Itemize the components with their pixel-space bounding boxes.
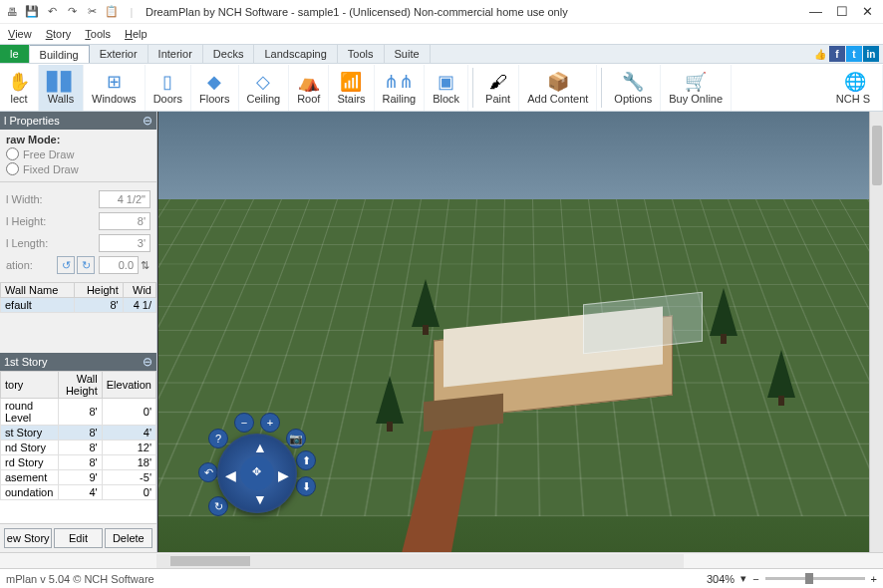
nch-icon: 🌐 [844,71,866,93]
height-input[interactable] [99,212,150,230]
table-row[interactable]: st Story8'4' [1,426,156,441]
height-label: l Height: [6,215,99,227]
menu-tools[interactable]: Tools [85,28,111,40]
rotate-cw-icon[interactable]: ↻ [77,256,95,274]
width-input[interactable] [99,190,150,208]
tab-tools[interactable]: Tools [338,45,385,63]
statusbar: mPlan v 5.04 © NCH Software 304% ▾ − + [0,568,883,588]
redo-icon[interactable]: ↷ [64,4,80,20]
table-row[interactable]: asement9'-5' [1,470,156,485]
ribbon-stairs[interactable]: 📶Stairs [329,65,374,111]
table-row[interactable]: nd Story8'12' [1,441,156,455]
nav-rotate-right-icon[interactable]: ↻ [208,496,228,516]
nav-help-icon[interactable]: ? [208,429,228,448]
ribbon-floors[interactable]: ◆Floors [191,65,239,111]
tab-decks[interactable]: Decks [203,45,255,63]
ribbon-nch[interactable]: 🌐NCH S [828,65,883,111]
ribbon-buy-online[interactable]: 🛒Buy Online [661,65,732,111]
properties-header[interactable]: l Properties ⊖ [0,112,156,130]
story-header[interactable]: 1st Story ⊖ [0,353,156,371]
nav-camera-icon[interactable]: 📷 [286,429,306,448]
zoom-out-button[interactable]: − [752,573,758,585]
table-row[interactable]: round Level8'0' [1,399,156,426]
stepper-icon[interactable]: ⇅ [139,259,150,272]
walls-icon: ▊▊ [47,71,75,93]
zoom-in-button[interactable]: + [871,573,877,585]
zoom-slider[interactable] [765,577,865,580]
nav-rotate-left-icon[interactable]: ↶ [198,462,218,482]
nav-up-icon[interactable]: ⬆ [296,450,316,470]
ribbon-walls[interactable]: ▊▊Walls [39,65,84,111]
ribbon-block[interactable]: ▣Block [425,65,468,111]
print-icon[interactable]: 🖶 [4,4,20,20]
paste-icon[interactable]: 📋 [104,4,120,20]
ribbon-roof[interactable]: ⛺Roof [289,65,329,111]
ribbon-windows[interactable]: ⊞Windows [84,65,146,111]
nav-zoom-out-icon[interactable]: − [234,413,254,433]
rotation-input[interactable] [99,256,139,274]
ribbon-ceiling[interactable]: ◇Ceiling [239,65,290,111]
ribbon-select[interactable]: ✋lect [0,65,39,111]
zoom-dropdown-icon[interactable]: ▾ [740,572,746,585]
new-story-button[interactable]: ew Story [4,528,52,548]
facebook-icon[interactable]: f [829,46,845,62]
properties-title: l Properties [4,115,60,127]
twitter-icon[interactable]: t [846,46,862,62]
nav-down-icon[interactable]: ⬇ [296,476,316,496]
fixed-draw-radio[interactable]: Fixed Draw [6,162,150,175]
titlebar: 🖶 💾 ↶ ↷ ✂ 📋 | DreamPlan by NCH Software … [0,0,883,24]
collapse-icon[interactable]: ⊖ [143,355,152,369]
maximize-button[interactable]: ☐ [836,4,848,19]
width-label: l Width: [6,193,99,205]
ribbon-doors[interactable]: ▯Doors [146,65,191,111]
save-icon[interactable]: 💾 [24,4,40,20]
add-content-icon: 📦 [547,71,569,93]
menu-story[interactable]: Story [46,28,72,40]
side-panel: l Properties ⊖ raw Mode: Free Draw Fixed… [0,112,157,552]
collapse-icon[interactable]: ⊖ [143,114,152,128]
nav-center-icon[interactable]: ✥ [240,456,274,490]
cursor-icon: ✋ [8,71,30,93]
tab-interior[interactable]: Interior [148,45,203,63]
house-model[interactable] [434,288,713,428]
length-input[interactable] [99,234,150,252]
minimize-button[interactable]: — [809,4,822,19]
rotation-label: ation: [6,259,57,271]
undo-icon[interactable]: ↶ [44,4,60,20]
zoom-value: 304% [707,573,735,585]
tab-file[interactable]: le [0,45,30,63]
viewport-3d[interactable]: − + ? 📷 ↶ ⬆ ⬇ ↻ ▲ ▼ ◀ ▶ ✥ [157,112,883,552]
horizontal-scrollbar[interactable] [156,554,684,568]
edit-story-button[interactable]: Edit [54,528,102,548]
tab-landscaping[interactable]: Landscaping [254,45,337,63]
tabbar: le Building Exterior Interior Decks Land… [0,44,883,64]
delete-story-button[interactable]: Delete [105,528,152,548]
vertical-scrollbar[interactable] [869,112,883,552]
free-draw-radio[interactable]: Free Draw [6,147,150,160]
table-row[interactable]: efault8'4 1/ [1,298,156,313]
tab-building[interactable]: Building [30,45,90,63]
ribbon-options[interactable]: 🔧Options [606,65,661,111]
navigation-wheel[interactable]: − + ? 📷 ↶ ⬆ ⬇ ↻ ▲ ▼ ◀ ▶ ✥ [202,419,312,528]
tab-exterior[interactable]: Exterior [90,45,148,63]
menu-help[interactable]: Help [125,28,147,40]
ribbon-add-content[interactable]: 📦Add Content [519,65,597,111]
nav-zoom-in-icon[interactable]: + [260,413,280,433]
linkedin-icon[interactable]: in [863,46,879,62]
tab-suite[interactable]: Suite [385,45,431,63]
table-row[interactable]: oundation4'0' [1,485,156,500]
close-button[interactable]: ✕ [862,4,873,19]
story-table: toryWall HeightElevation round Level8'0'… [0,371,156,500]
block-icon: ▣ [438,71,454,93]
ceiling-icon: ◇ [256,71,270,93]
like-icon[interactable]: 👍 [812,46,828,62]
rotate-ccw-icon[interactable]: ↺ [57,256,75,274]
ribbon-paint[interactable]: 🖌Paint [477,65,519,111]
window-icon: ⊞ [107,71,122,93]
table-row[interactable]: rd Story8'18' [1,455,156,470]
window-title: DreamPlan by NCH Software - sample1 - (U… [146,6,809,18]
menu-view[interactable]: View [8,28,32,40]
ribbon-railing[interactable]: ⋔⋔Railing [375,65,426,111]
length-label: l Length: [6,237,99,249]
cut-icon[interactable]: ✂ [84,4,100,20]
